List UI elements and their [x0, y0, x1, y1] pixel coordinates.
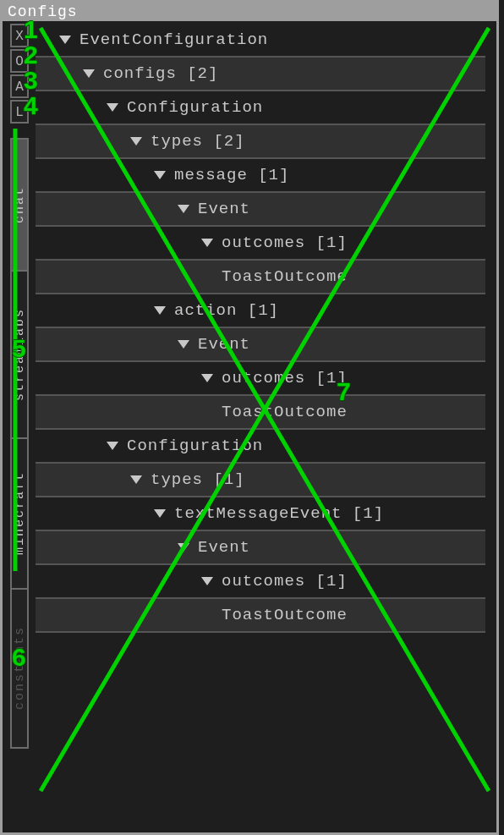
expand-arrow-icon[interactable] — [201, 374, 213, 382]
config-window: Configs XOAL chatstreamlabsminecraftcons… — [0, 0, 499, 835]
tree-row[interactable]: ToastOutcome — [36, 599, 485, 633]
tree-row[interactable]: EventConfiguration — [36, 24, 485, 58]
tree-label: action [1] — [174, 301, 279, 320]
tab-minecraft[interactable]: minecraft — [10, 439, 29, 590]
window-titlebar: Configs — [3, 3, 496, 21]
tree-label: message [1] — [174, 166, 289, 184]
sidetab-label: minecraft — [13, 466, 27, 560]
annotation-number: 1 — [24, 15, 38, 44]
tree-row[interactable]: ToastOutcome — [36, 261, 485, 294]
tree-label: ToastOutcome — [222, 267, 348, 286]
tree-row[interactable]: action [1] — [36, 294, 485, 328]
tree-row[interactable]: message [1] — [36, 159, 485, 193]
tree-row[interactable]: Configuration — [36, 430, 485, 464]
tree-label: Event — [198, 335, 250, 354]
expand-arrow-icon[interactable] — [107, 103, 118, 112]
tree-row[interactable]: Event — [36, 328, 485, 362]
expand-arrow-icon[interactable] — [178, 205, 189, 213]
tree-row[interactable]: Configuration — [36, 91, 485, 125]
expand-arrow-icon[interactable] — [154, 171, 166, 179]
tab-chat[interactable]: chat — [10, 138, 29, 272]
expand-arrow-icon[interactable] — [59, 36, 71, 44]
tree-label: outcomes [1] — [222, 233, 348, 252]
window-title: Configs — [8, 3, 78, 20]
annotation-number: 5 — [12, 334, 26, 363]
tree-label: textMessageEvent [1] — [174, 504, 384, 523]
expand-arrow-icon[interactable] — [130, 475, 142, 484]
expand-arrow-icon[interactable] — [201, 239, 213, 247]
tree-label: Event — [198, 200, 250, 218]
expand-arrow-icon[interactable] — [178, 340, 189, 349]
tree-row[interactable]: outcomes [1] — [36, 227, 485, 261]
tree-label: outcomes [1] — [222, 572, 348, 591]
tree-label: ToastOutcome — [222, 403, 348, 421]
tree-row[interactable]: types [1] — [36, 464, 485, 497]
tree-view: EventConfigurationconfigs [2]Configurati… — [36, 24, 485, 633]
tree-row[interactable]: textMessageEvent [1] — [36, 497, 485, 531]
annotation-number: 3 — [24, 66, 38, 95]
tree-row[interactable]: ToastOutcome — [36, 396, 485, 430]
tree-label: Event — [198, 538, 250, 557]
tree-row[interactable]: configs [2] — [36, 58, 485, 91]
annotation-number: 4 — [24, 91, 38, 120]
sidetab-label: chat — [13, 181, 27, 228]
expand-arrow-icon[interactable] — [201, 577, 213, 585]
annotation-number: 2 — [24, 41, 38, 69]
tree-row[interactable]: Event — [36, 193, 485, 227]
expand-arrow-icon[interactable] — [83, 69, 95, 78]
expand-arrow-icon[interactable] — [107, 442, 118, 450]
tree-row[interactable]: outcomes [1] — [36, 362, 485, 396]
tree-row[interactable]: types [2] — [36, 125, 485, 159]
tree-label: types [1] — [151, 470, 245, 489]
tree-row[interactable]: outcomes [1] — [36, 565, 485, 599]
tree-label: Configuration — [127, 98, 263, 117]
tree-label: Configuration — [127, 437, 263, 455]
expand-arrow-icon[interactable] — [154, 306, 166, 315]
tree-label: configs [2] — [103, 64, 218, 83]
tree-label: outcomes [1] — [222, 369, 348, 387]
expand-arrow-icon[interactable] — [178, 543, 189, 552]
window-body: XOAL chatstreamlabsminecraftconstants Ev… — [5, 24, 494, 830]
expand-arrow-icon[interactable] — [154, 509, 166, 518]
tree-label: ToastOutcome — [222, 606, 348, 624]
annotation-number: 7 — [337, 377, 351, 406]
tree-label: types [2] — [151, 132, 245, 151]
expand-arrow-icon[interactable] — [130, 137, 142, 146]
annotation-number: 6 — [12, 643, 26, 672]
tree-row[interactable]: Event — [36, 531, 485, 565]
tree-label: EventConfiguration — [79, 30, 268, 49]
